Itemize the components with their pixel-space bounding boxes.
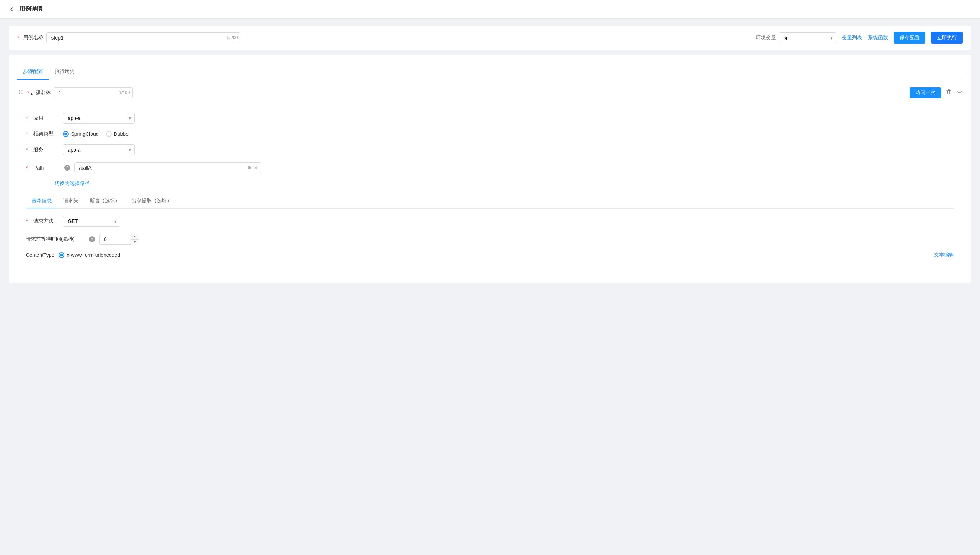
divider	[17, 107, 963, 107]
service-field-row: * 服务 app-a	[26, 144, 954, 155]
framework-label: 框架类型	[34, 131, 59, 137]
method-label: 请求方法	[34, 218, 59, 225]
radio-springcloud[interactable]: SpringCloud	[63, 131, 98, 137]
save-config-button[interactable]: 保存配置	[894, 32, 925, 44]
sub-tab-request-header[interactable]: 请求头	[58, 194, 84, 209]
method-select-wrapper: GET POST PUT DELETE PATCH	[63, 216, 120, 227]
content-type-row: ContentType x-www-form-urlencoded 文本编辑	[26, 252, 954, 258]
radio-dubbo-circle	[106, 131, 112, 137]
wait-time-row: 请求前等待时间(毫秒) ? ▲ ▼	[26, 234, 954, 245]
env-var-section: 环境变量 无	[756, 32, 836, 43]
path-help-icon[interactable]: ?	[64, 165, 70, 171]
svg-point-3	[22, 91, 22, 92]
visit-once-button[interactable]: 访问一次	[909, 87, 941, 98]
step-name-input[interactable]	[53, 87, 133, 98]
step-name-input-wrapper: 1/100	[53, 87, 133, 98]
var-list-button[interactable]: 变量列表	[842, 34, 862, 41]
svg-point-0	[19, 90, 21, 91]
tab-step-config[interactable]: 步骤配置	[17, 64, 49, 80]
path-field-row: * Path ? 6/255	[26, 162, 954, 173]
content-type-label: ContentType	[26, 252, 54, 258]
drag-handle-icon[interactable]	[17, 88, 24, 97]
content-type-radio[interactable]: x-www-form-urlencoded	[59, 252, 120, 258]
service-label: 服务	[34, 146, 59, 153]
service-required-star: *	[26, 147, 28, 153]
app-label: 应用	[34, 115, 59, 122]
spinner-buttons: ▲ ▼	[131, 234, 139, 245]
radio-dubbo[interactable]: Dubbo	[106, 131, 129, 137]
sub-tab-assertion[interactable]: 断言（选填）	[84, 194, 126, 209]
expand-step-button[interactable]	[956, 89, 963, 97]
main-tabs-bar: 步骤配置 执行历史	[17, 64, 963, 80]
page-title: 用例详情	[19, 5, 42, 13]
spinner-down-button[interactable]: ▼	[131, 240, 139, 245]
content-type-value: x-www-form-urlencoded	[66, 252, 120, 258]
env-select-wrapper: 无	[779, 32, 836, 43]
case-name-label: 用例名称	[23, 34, 43, 41]
top-bar: * 用例名称 5/200 环境变量 无 变量列表 系统函数 保存配置 立即执行	[9, 26, 971, 50]
step-header: * 步骤名称 1/100 访问一次	[17, 87, 963, 98]
svg-point-5	[22, 93, 22, 94]
execute-button[interactable]: 立即执行	[931, 32, 963, 44]
case-name-input[interactable]	[47, 32, 240, 43]
app-select-wrapper: app-a	[63, 113, 135, 124]
radio-dubbo-label: Dubbo	[114, 131, 129, 137]
delete-step-button[interactable]	[946, 89, 952, 97]
main-card: 步骤配置 执行历史 * 步骤名称	[9, 55, 971, 283]
step-name-label: 步骤名称	[31, 90, 51, 96]
svg-point-1	[22, 90, 22, 91]
back-button[interactable]	[9, 6, 15, 13]
path-input[interactable]	[74, 162, 261, 173]
sub-tabs-bar: 基本信息 请求头 断言（选填） 出参提取（选填）	[26, 194, 954, 209]
app-field-row: * 应用 app-a	[26, 113, 954, 124]
content-type-left: ContentType x-www-form-urlencoded	[26, 252, 120, 258]
app-required-star: *	[26, 115, 28, 121]
content-type-radio-circle	[59, 252, 64, 258]
svg-point-4	[19, 93, 21, 94]
step-content: * 应用 app-a * 框架类型 SpringClo	[17, 113, 963, 267]
switch-path-button[interactable]: 切换为选择路径	[55, 180, 90, 187]
step-container: * 步骤名称 1/100 访问一次	[17, 80, 963, 274]
radio-springcloud-circle	[63, 131, 69, 137]
switch-path-row: 切换为选择路径	[55, 180, 954, 187]
spinner-up-button[interactable]: ▲	[131, 234, 139, 240]
framework-field-row: * 框架类型 SpringCloud Dubbo	[26, 131, 954, 137]
top-bar-right: 环境变量 无 变量列表 系统函数 保存配置 立即执行	[756, 32, 963, 44]
method-select[interactable]: GET POST PUT DELETE PATCH	[63, 216, 120, 227]
method-required-star: *	[26, 218, 28, 224]
svg-point-2	[19, 91, 21, 92]
tab-exec-history[interactable]: 执行历史	[49, 64, 80, 80]
service-select-wrapper: app-a	[63, 144, 135, 155]
sub-tab-extract-params[interactable]: 出参提取（选填）	[126, 194, 178, 209]
main-content: * 用例名称 5/200 环境变量 无 变量列表 系统函数 保存配置 立即执行	[0, 19, 980, 555]
radio-springcloud-label: SpringCloud	[71, 131, 98, 137]
service-select[interactable]: app-a	[63, 144, 135, 155]
env-label: 环境变量	[756, 34, 776, 41]
wait-time-help-icon[interactable]: ?	[89, 236, 95, 242]
sys-func-button[interactable]: 系统函数	[868, 34, 888, 41]
sub-tab-basic-info[interactable]: 基本信息	[26, 194, 58, 209]
wait-time-input-wrapper: ▲ ▼	[99, 234, 139, 245]
path-label: Path	[34, 165, 59, 171]
framework-radio-group: SpringCloud Dubbo	[63, 131, 128, 137]
case-name-field: * 用例名称 5/200	[17, 32, 240, 43]
case-name-input-wrapper: 5/200	[47, 32, 240, 43]
step-actions: 访问一次	[909, 87, 963, 98]
required-star: *	[17, 35, 19, 40]
wait-time-label: 请求前等待时间(毫秒)	[26, 236, 84, 242]
path-input-wrapper: 6/255	[74, 162, 261, 173]
method-field-row: * 请求方法 GET POST PUT DELETE PATCH	[26, 216, 954, 227]
framework-required-star: *	[26, 131, 28, 137]
step-name-required-star: *	[27, 90, 29, 96]
app-select[interactable]: app-a	[63, 113, 135, 124]
env-select[interactable]: 无	[779, 32, 836, 43]
header: 用例详情	[0, 0, 980, 19]
path-required-star: *	[26, 165, 28, 171]
text-edit-button[interactable]: 文本编辑	[934, 252, 954, 258]
